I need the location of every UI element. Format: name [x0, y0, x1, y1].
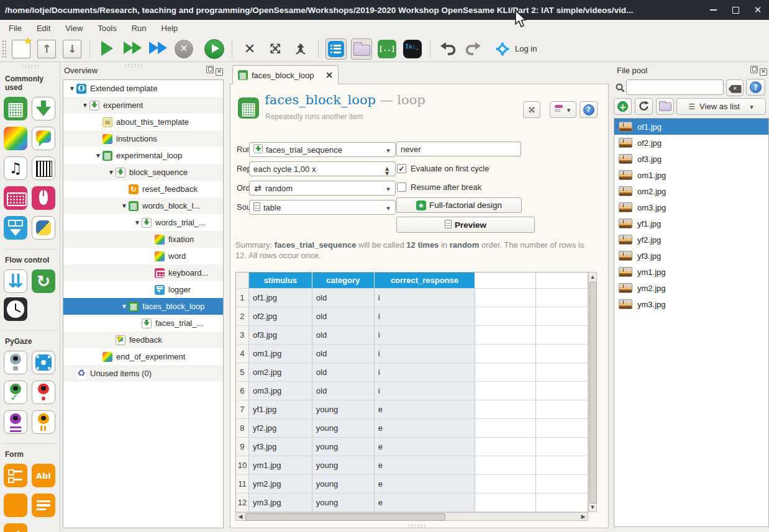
- row-number[interactable]: 8: [236, 419, 249, 438]
- close-panel-icon[interactable]: ✕: [216, 66, 223, 76]
- palette-item-form-text-input[interactable]: AbI: [32, 464, 55, 489]
- item-menu-button[interactable]: ▾: [550, 101, 576, 118]
- fullscreen-mode-button[interactable]: [265, 38, 286, 60]
- table-cell[interactable]: [475, 456, 536, 475]
- palette-item-form-multiple-choice[interactable]: [32, 494, 55, 519]
- float-panel-icon[interactable]: [750, 66, 758, 76]
- pool-file-ym1-jpg[interactable]: ym1.jpg: [614, 264, 768, 280]
- toggle-overview-button[interactable]: [325, 38, 347, 60]
- toolbar-drag-handle[interactable]: [2, 40, 6, 58]
- palette-item-pygaze-init[interactable]: [4, 351, 27, 376]
- table-cell[interactable]: yf3.jpg: [249, 438, 312, 456]
- clear-search-button[interactable]: ✕: [726, 79, 744, 96]
- palette-item-sampler[interactable]: ♫: [4, 156, 27, 182]
- palette-item-inline-script[interactable]: [32, 216, 55, 241]
- preview-button[interactable]: Preview: [396, 217, 535, 233]
- resume-checkbox[interactable]: Resume after break: [397, 183, 481, 192]
- pool-file-yf1-jpg[interactable]: yf1.jpg: [614, 215, 768, 232]
- palette-item-mouse-response[interactable]: [32, 186, 55, 212]
- filepool-search-input[interactable]: [626, 79, 724, 95]
- tab-close-icon[interactable]: ✕: [325, 70, 333, 80]
- column-header-category[interactable]: category: [312, 273, 375, 289]
- table-cell[interactable]: [536, 326, 588, 345]
- row-number[interactable]: 2: [236, 307, 249, 326]
- quick-run-button[interactable]: [122, 38, 143, 60]
- table-cell[interactable]: young: [312, 419, 375, 438]
- pool-file-of1-jpg[interactable]: of1.jpg: [614, 119, 768, 135]
- row-number[interactable]: 10: [236, 456, 249, 475]
- palette-item-keyboard-response[interactable]: [4, 186, 27, 212]
- login-button[interactable]: [494, 38, 511, 60]
- open-experiment-button[interactable]: ↑: [36, 38, 57, 60]
- table-cell[interactable]: young: [312, 494, 375, 512]
- menu-edit[interactable]: Edit: [29, 22, 58, 35]
- table-cell[interactable]: i: [375, 382, 476, 400]
- table-cell[interactable]: [475, 363, 536, 382]
- table-cell[interactable]: om2.jpg: [249, 363, 312, 382]
- run-fullscreen-button[interactable]: [97, 38, 118, 60]
- palette-item-pygaze-calibrate[interactable]: [32, 351, 55, 376]
- column-header-empty[interactable]: [475, 273, 536, 289]
- undo-button[interactable]: [437, 38, 458, 60]
- table-cell[interactable]: old: [312, 289, 375, 307]
- scroll-right-icon[interactable]: ▶: [580, 513, 587, 520]
- tab-faces-block-loop[interactable]: ▦ faces_block_loop ✕: [232, 65, 339, 84]
- run-dropdown[interactable]: faces_trial_sequence ▾: [249, 142, 396, 157]
- table-cell[interactable]: [475, 438, 536, 456]
- palette-item-synth[interactable]: [32, 156, 55, 182]
- table-cell[interactable]: e: [375, 475, 476, 494]
- pool-file-om3-jpg[interactable]: om3.jpg: [614, 199, 768, 215]
- hscroll-thumb[interactable]: [245, 513, 445, 521]
- pool-file-ym2-jpg[interactable]: ym2.jpg: [614, 280, 768, 296]
- maximize-item-button[interactable]: [523, 101, 540, 118]
- close-panel-icon[interactable]: ✕: [760, 66, 767, 76]
- pool-file-om1-jpg[interactable]: om1.jpg: [614, 167, 768, 183]
- tree-item-end-of-experiment[interactable]: end_of_experiment: [63, 348, 223, 365]
- tree-item-faces-block-loop[interactable]: ▼▦faces_block_loop: [63, 298, 223, 315]
- menu-file[interactable]: File: [1, 22, 29, 35]
- pool-file-yf2-jpg[interactable]: yf2.jpg: [614, 232, 768, 248]
- full-factorial-button[interactable]: ★ Full-factorial design: [396, 197, 522, 213]
- column-header-stimulus[interactable]: stimulus: [249, 273, 312, 289]
- palette-drag-handle[interactable]: [21, 65, 39, 68]
- table-cell[interactable]: young: [312, 456, 375, 475]
- row-number[interactable]: 9: [236, 438, 249, 456]
- row-number[interactable]: 6: [236, 382, 249, 400]
- table-cell[interactable]: [475, 400, 536, 419]
- menu-view[interactable]: View: [58, 22, 90, 35]
- pool-file-yf3-jpg[interactable]: yf3.jpg: [614, 248, 768, 264]
- order-dropdown[interactable]: ⇄ random ▾: [249, 181, 396, 196]
- evaluate-checkbox[interactable]: ✓ Evaluate on first cycle: [397, 164, 489, 173]
- table-cell[interactable]: [475, 382, 536, 400]
- new-experiment-button[interactable]: ★: [11, 38, 32, 60]
- tree-item-experimental-loop[interactable]: ▼▦experimental_loop: [63, 147, 223, 164]
- table-cell[interactable]: om3.jpg: [249, 382, 312, 400]
- tree-item-instructions[interactable]: instructions: [63, 130, 223, 147]
- table-cell[interactable]: [536, 456, 588, 475]
- table-cell[interactable]: i: [375, 363, 476, 382]
- table-cell[interactable]: of2.jpg: [249, 307, 312, 326]
- table-cell[interactable]: e: [375, 419, 476, 438]
- table-cell[interactable]: e: [375, 438, 476, 456]
- tree-item-block-sequence[interactable]: ▼block_sequence: [63, 164, 223, 181]
- menu-tools[interactable]: Tools: [90, 22, 124, 35]
- palette-item-form-text-display[interactable]: [4, 494, 27, 519]
- break-if-input[interactable]: never: [396, 142, 521, 156]
- table-cell[interactable]: old: [312, 307, 375, 326]
- table-cell[interactable]: old: [312, 382, 375, 400]
- repeat-spinbox[interactable]: each cycle 1,00 x ▲▼: [249, 161, 396, 176]
- variable-inspector-button[interactable]: [..]: [376, 38, 398, 60]
- column-header-empty[interactable]: [536, 273, 588, 289]
- login-label[interactable]: Log in: [515, 44, 537, 53]
- table-cell[interactable]: [536, 475, 588, 494]
- tree-item-feedback[interactable]: feedback: [63, 331, 223, 348]
- palette-item-sequence-flow[interactable]: ⇊: [4, 269, 27, 293]
- table-cell[interactable]: ym3.jpg: [249, 494, 312, 512]
- tree-item-words-trial[interactable]: ▼words_trial_...: [63, 214, 223, 231]
- table-cell[interactable]: om1.jpg: [249, 345, 312, 363]
- expander-icon[interactable]: ▼: [94, 152, 102, 159]
- scroll-down-icon[interactable]: ▼: [589, 503, 596, 511]
- tree-item-logger[interactable]: logger: [63, 281, 223, 298]
- redo-button[interactable]: [463, 38, 484, 60]
- toggle-filepool-button[interactable]: [351, 38, 372, 60]
